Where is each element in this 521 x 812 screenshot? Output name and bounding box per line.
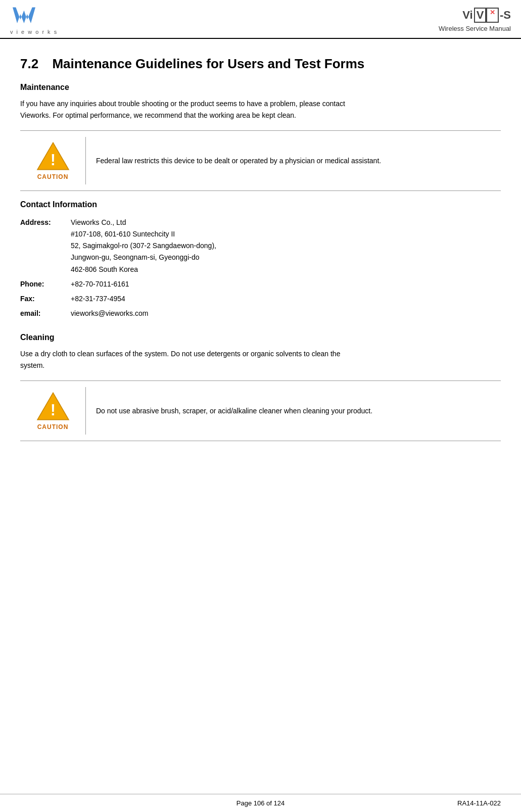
logo-text: v i e w o r k s bbox=[10, 29, 58, 35]
caution-label-1: CAUTION bbox=[37, 173, 69, 180]
fax-row: Fax: +82-31-737-4954 bbox=[20, 292, 216, 306]
address-line5: 462-806 South Korea bbox=[71, 264, 216, 275]
email-label: email: bbox=[20, 306, 66, 321]
maintenance-heading: Maintenance bbox=[20, 83, 501, 92]
caution-triangle-icon-2: ! bbox=[35, 391, 71, 421]
address-row: Address: Vieworks Co., Ltd #107-108, 601… bbox=[20, 215, 216, 276]
phone-label: Phone: bbox=[20, 277, 66, 292]
footer-doc-number: RA14-11A-022 bbox=[341, 799, 501, 807]
svg-marker-0 bbox=[13, 8, 35, 24]
page-header: v i e w o r k s Vi V ✕ X -S Wireless Ser… bbox=[0, 0, 521, 39]
address-value: Vieworks Co., Ltd #107-108, 601-610 Sunt… bbox=[66, 215, 216, 276]
phone-row: Phone: +82-70-7011-6161 bbox=[20, 277, 216, 292]
page-footer: Page 106 of 124 RA14-11A-022 bbox=[0, 794, 521, 812]
section-title: Maintenance Guidelines for Users and Tes… bbox=[52, 56, 364, 71]
section-heading: 7.2 Maintenance Guidelines for Users and… bbox=[20, 56, 501, 72]
caution-box-1: ! CAUTION Federal law restricts this dev… bbox=[20, 130, 501, 191]
page-content: 7.2 Maintenance Guidelines for Users and… bbox=[0, 39, 521, 481]
cleaning-body: Use a dry cloth to clean surfaces of the… bbox=[20, 348, 501, 371]
contact-heading: Contact Information bbox=[20, 200, 501, 209]
cleaning-heading: Cleaning bbox=[20, 333, 501, 342]
fax-value: +82-31-737-4954 bbox=[66, 292, 216, 306]
address-label: Address: bbox=[20, 215, 66, 276]
vieworks-logo-icon bbox=[10, 5, 38, 28]
svg-text:!: ! bbox=[50, 401, 55, 419]
caution-text-2: Do not use abrasive brush, scraper, or a… bbox=[86, 401, 383, 421]
caution-label-2: CAUTION bbox=[37, 423, 69, 431]
manual-title: Wireless Service Manual bbox=[439, 25, 511, 32]
phone-value: +82-70-7011-6161 bbox=[66, 277, 216, 292]
vivix-logo: Vi V ✕ X -S bbox=[462, 8, 511, 23]
maintenance-body1: If you have any inquiries about trouble … bbox=[20, 98, 501, 121]
caution-box-2: ! CAUTION Do not use abrasive brush, scr… bbox=[20, 380, 501, 441]
caution-icon-cell-2: ! CAUTION bbox=[20, 387, 86, 435]
email-row: email: vieworks@vieworks.com bbox=[20, 306, 216, 321]
caution-icon-cell-1: ! CAUTION bbox=[20, 137, 86, 184]
header-right: Vi V ✕ X -S Wireless Service Manual bbox=[439, 8, 511, 32]
contact-table: Address: Vieworks Co., Ltd #107-108, 601… bbox=[20, 215, 216, 321]
address-line4: Jungwon-gu, Seongnam-si, Gyeonggi-do bbox=[71, 252, 216, 263]
footer-page-number: Page 106 of 124 bbox=[180, 799, 341, 807]
fax-label: Fax: bbox=[20, 292, 66, 306]
caution-triangle-icon-1: ! bbox=[35, 141, 71, 171]
svg-text:!: ! bbox=[50, 151, 55, 169]
email-value: vieworks@vieworks.com bbox=[66, 306, 216, 321]
section-number: 7.2 bbox=[20, 56, 38, 71]
address-line2: #107-108, 601-610 Suntechcity II bbox=[71, 228, 216, 240]
address-line1: Vieworks Co., Ltd bbox=[71, 217, 216, 228]
logo-area: v i e w o r k s bbox=[10, 5, 58, 35]
address-line3: 52, Sagimakgol-ro (307-2 Sangdaewon-dong… bbox=[71, 240, 216, 252]
caution-text-1: Federal law restricts this device to be … bbox=[86, 151, 391, 171]
